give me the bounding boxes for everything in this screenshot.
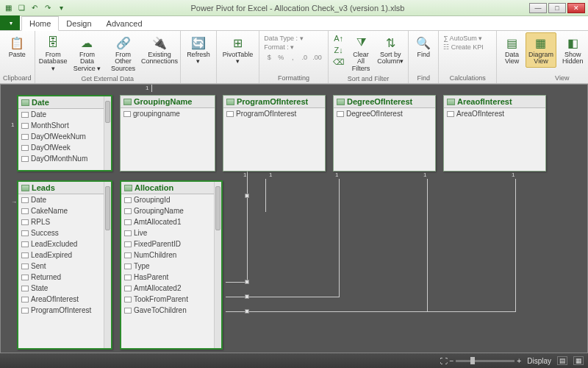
field-item[interactable]: DayOfWeekNum (18, 131, 111, 142)
table-scrollbar[interactable] (214, 182, 221, 348)
diagram-view-button[interactable]: ▦Diagram View (526, 32, 556, 68)
from-data-service-button[interactable]: ☁From Data Service ▾ (70, 32, 104, 74)
field-item[interactable]: AreaOfInterest (444, 108, 545, 119)
zoom-in-button[interactable]: + (517, 357, 521, 365)
paste-button[interactable]: 📋Paste (5, 32, 29, 60)
from-database-button[interactable]: 🗄From Database ▾ (38, 32, 68, 74)
tab-design[interactable]: Design (59, 17, 98, 30)
table-date[interactable]: Date DateMonthShortDayOfWeekNumDayOfWeek… (17, 95, 112, 171)
field-item[interactable]: LeadExpired (18, 250, 111, 261)
show-hidden-button[interactable]: ◧Show Hidden (558, 32, 588, 68)
field-item[interactable]: Sent (18, 261, 111, 272)
refresh-button[interactable]: 🔄Refresh ▾ (184, 32, 213, 68)
percent-button[interactable]: % (276, 52, 286, 63)
pivottable-button[interactable]: ⊞PivotTable ▾ (220, 32, 257, 68)
column-icon (124, 297, 132, 302)
field-item[interactable]: LeadExcluded (18, 238, 111, 250)
data-view-toggle[interactable]: ▤ (557, 356, 567, 365)
field-item[interactable]: Returned (18, 272, 111, 283)
tab-advanced[interactable]: Advanced (99, 17, 150, 30)
table-areaofinterest[interactable]: AreaofInterest AreaOfInterest (443, 95, 546, 171)
autosum-button[interactable]: ∑ AutoSum ▾ (443, 34, 492, 43)
zoom-slider[interactable] (456, 360, 514, 362)
field-item[interactable]: GaveToChildren (121, 305, 221, 316)
diagram-canvas[interactable]: 1 1 1 1 1 1 1 → Date DateMonthShortDayOf… (0, 84, 588, 353)
field-item[interactable]: CakeName (18, 205, 111, 216)
diagram-view-toggle[interactable]: ▦ (573, 356, 584, 365)
qat-undo-icon[interactable]: ↶ (29, 3, 40, 13)
data-type-dropdown[interactable]: Data Type : ▾ (264, 34, 323, 43)
data-view-button[interactable]: ▤Data View (500, 32, 524, 68)
sort-by-column-button[interactable]: ⇅Sort by Column▾ (376, 32, 405, 68)
field-item[interactable]: TookFromParent (121, 294, 221, 305)
field-item[interactable]: DegreeOfInterest (334, 108, 435, 119)
existing-connections-button[interactable]: 🔌Existing Connections (142, 32, 177, 68)
table-groupingname[interactable]: GroupingName groupingname (120, 95, 215, 171)
table-degreeofinterest[interactable]: DegreeOfInterest DegreeOfInterest (333, 95, 436, 171)
field-item[interactable]: State (18, 283, 111, 294)
fit-to-screen-button[interactable]: ⛶ (440, 357, 448, 365)
field-item[interactable]: AreaOfInterest (18, 294, 111, 305)
format-dropdown[interactable]: Format : ▾ (264, 43, 323, 52)
table-leads[interactable]: Leads DateCakeNameRPLSSuccessLeadExclude… (17, 180, 112, 350)
field-item[interactable]: AmtAllocated2 (121, 283, 221, 294)
table-allocation[interactable]: Allocation GroupingIdGroupingNameAmtAllo… (120, 180, 223, 350)
maximize-button[interactable]: □ (548, 3, 566, 13)
relationship-endpoint[interactable] (245, 194, 249, 198)
field-item[interactable]: GroupingName (121, 205, 221, 216)
field-item[interactable]: ProgramOfInterest (18, 305, 111, 316)
clear-sort-button[interactable]: ⌫ (331, 56, 346, 68)
qat-redo-icon[interactable]: ↷ (43, 3, 53, 13)
sources-icon: 🔗 (115, 35, 132, 51)
field-item[interactable]: HasParent (121, 272, 221, 283)
zoom-out-button[interactable]: − (450, 357, 454, 365)
field-item[interactable]: Date (18, 109, 111, 120)
calculations-options: ∑ AutoSum ▾ ☷ Create KPI (442, 32, 493, 53)
group-label-find: Find (417, 74, 430, 83)
file-tab[interactable] (0, 15, 20, 30)
clear-sort-icon: ⌫ (334, 57, 344, 67)
field-item[interactable]: DayOfWeek (18, 142, 111, 153)
field-item[interactable]: GroupingId (121, 194, 221, 205)
database-icon: 🗄 (45, 35, 61, 51)
excel-icon: ▦ (3, 3, 13, 13)
find-button[interactable]: 🔍Find (412, 32, 435, 60)
relationship-endpoint[interactable] (245, 309, 249, 314)
table-programofinterest[interactable]: ProgramOfInterest ProgramOfInterest (223, 95, 326, 171)
field-item[interactable]: NumChildren (121, 250, 221, 261)
field-item[interactable]: RPLS (18, 216, 111, 227)
qat-dropdown-icon[interactable]: ▾ (56, 3, 66, 13)
currency-button[interactable]: $ (264, 52, 274, 63)
field-item[interactable]: FixedParentID (121, 238, 221, 250)
sort-asc-button[interactable]: A↑ (331, 32, 346, 44)
column-icon (21, 123, 29, 129)
increase-decimal-button[interactable]: .0 (299, 52, 309, 63)
minimize-button[interactable]: — (529, 3, 547, 13)
field-item[interactable]: Date (18, 194, 111, 205)
relationship-endpoint[interactable] (245, 280, 249, 284)
field-item[interactable]: Live (121, 227, 221, 238)
comma-button[interactable]: , (287, 52, 298, 63)
decrease-decimal-button[interactable]: .00 (311, 52, 323, 63)
qat-save-icon[interactable]: ❏ (16, 3, 26, 13)
field-item[interactable]: Success (18, 227, 111, 238)
field-item[interactable]: Type (121, 261, 221, 272)
table-scrollbar[interactable] (104, 182, 111, 348)
column-icon (21, 145, 29, 151)
from-other-sources-button[interactable]: 🔗From Other Sources (106, 32, 140, 74)
field-item[interactable]: MonthShort (18, 120, 111, 131)
table-title: DegreeOfInterest (347, 97, 412, 106)
relationship-endpoint[interactable] (245, 294, 249, 299)
table-scrollbar[interactable] (104, 96, 111, 170)
tab-home[interactable]: Home (21, 16, 59, 31)
field-item[interactable]: AmtAllocated1 (121, 216, 221, 227)
field-item[interactable]: groupingname (121, 108, 215, 119)
field-item[interactable]: ProgramOfInterest (223, 108, 325, 119)
clear-filters-button[interactable]: ⧩Clear All Filters (348, 32, 375, 74)
column-icon (21, 263, 29, 269)
refresh-icon: 🔄 (190, 35, 207, 51)
close-button[interactable]: ✕ (567, 3, 585, 13)
field-item[interactable]: DayOfMonthNum (18, 153, 111, 164)
create-kpi-button[interactable]: ☷ Create KPI (443, 43, 492, 52)
sort-desc-button[interactable]: Z↓ (331, 44, 346, 56)
